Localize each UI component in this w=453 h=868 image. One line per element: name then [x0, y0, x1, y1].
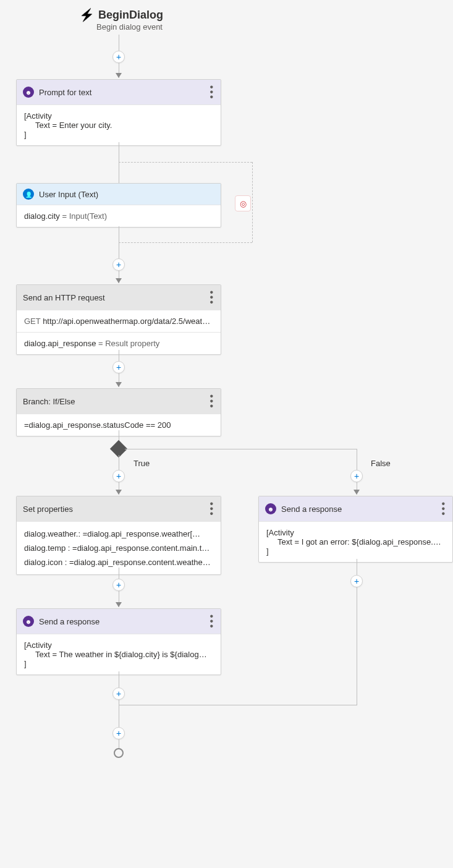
node-title: Send an HTTP request — [23, 293, 105, 302]
node-menu-button[interactable]: ••• — [208, 394, 214, 409]
branch-false-label: False — [371, 459, 391, 468]
node-menu-button[interactable]: ••• — [208, 290, 214, 305]
arrow-down-icon — [116, 278, 122, 283]
add-action-button[interactable]: + — [112, 727, 125, 739]
end-of-flow-icon — [114, 748, 124, 758]
node-title: User Input (Text) — [39, 190, 98, 199]
add-action-button[interactable]: + — [112, 51, 125, 63]
node-title: Prompt for text — [39, 88, 91, 97]
arrow-down-icon — [116, 490, 122, 495]
add-action-button[interactable]: + — [350, 575, 363, 587]
add-action-button[interactable]: + — [112, 687, 125, 700]
http-url: http://api.openweathermap.org/data/2.5/w… — [43, 317, 214, 326]
activity-text: Text = I got an error: ${dialog.api_resp… — [266, 537, 445, 547]
connector-line — [119, 142, 119, 183]
arrow-down-icon — [116, 602, 122, 607]
node-menu-button[interactable]: ••• — [208, 614, 214, 629]
node-menu-button[interactable]: ••• — [208, 85, 214, 100]
property-line: dialog.weather.: =dialog.api_response.we… — [24, 529, 213, 538]
add-action-button[interactable]: + — [112, 470, 125, 482]
connector-line — [119, 705, 357, 705]
node-title: Set properties — [23, 504, 73, 514]
trigger-subtitle: Begin dialog event — [96, 22, 163, 32]
activity-open: [Activity — [266, 528, 445, 537]
arrow-down-icon — [116, 73, 122, 78]
connector-line — [119, 739, 119, 748]
add-action-button[interactable]: + — [112, 361, 125, 373]
activity-text: Text = The weather in ${dialog.city} is … — [24, 650, 213, 659]
validation-error-badge[interactable]: ◎ — [235, 195, 251, 211]
bot-icon — [265, 503, 276, 514]
http-method: GET — [24, 317, 41, 326]
node-branch-if-else[interactable]: Branch: If/Else ••• =dialog.api_response… — [16, 388, 221, 436]
node-title: Send a response — [39, 617, 99, 626]
assignment-rhs: = Input(Text) — [62, 211, 107, 221]
node-menu-button[interactable]: ••• — [440, 501, 446, 516]
bot-icon — [23, 87, 34, 98]
node-title: Send a response — [281, 504, 342, 514]
connector-line — [125, 449, 357, 449]
branch-true-label: True — [133, 459, 150, 468]
node-set-properties[interactable]: Set properties ••• dialog.weather.: =dia… — [16, 496, 221, 575]
add-action-button[interactable]: + — [112, 579, 125, 591]
activity-open: [Activity — [24, 640, 213, 650]
activity-open: [Activity — [24, 111, 213, 121]
assignment-lhs: dialog.city — [24, 211, 60, 221]
trigger-title: BeginDialog — [98, 9, 163, 22]
node-menu-button[interactable]: ••• — [208, 501, 214, 516]
arrow-down-icon — [354, 490, 360, 495]
property-line: dialog.temp : =dialog.api_response.conte… — [24, 543, 213, 553]
node-send-response-false[interactable]: Send a response ••• [Activity Text = I g… — [258, 496, 453, 563]
node-title: Branch: If/Else — [23, 397, 75, 406]
node-send-response-true[interactable]: Send a response ••• [Activity Text = The… — [16, 608, 221, 675]
arrow-down-icon — [116, 382, 122, 387]
result-rhs: = Result property — [98, 339, 159, 348]
activity-text: Text = Enter your city. — [24, 121, 213, 130]
node-prompt-for-text[interactable]: Prompt for text ••• [Activity Text = Ent… — [16, 79, 221, 146]
loop-line — [252, 162, 253, 242]
lightning-icon — [79, 7, 95, 22]
bot-icon — [23, 616, 34, 627]
user-icon — [23, 189, 34, 200]
loop-line — [119, 162, 252, 163]
result-lhs: dialog.api_response — [24, 339, 96, 348]
connector-line — [119, 226, 119, 283]
loop-line — [119, 242, 252, 243]
activity-close: ] — [24, 659, 213, 668]
node-http-request[interactable]: Send an HTTP request ••• GET http://api.… — [16, 284, 221, 355]
add-action-button[interactable]: + — [112, 258, 125, 271]
add-action-button[interactable]: + — [350, 470, 363, 482]
node-user-input[interactable]: User Input (Text) dialog.city = Input(Te… — [16, 183, 221, 228]
activity-close: ] — [24, 130, 213, 139]
trigger-header: BeginDialog Begin dialog event — [79, 7, 163, 32]
property-line: dialog.icon : =dialog.api_response.conte… — [24, 558, 213, 567]
activity-close: ] — [266, 547, 445, 556]
